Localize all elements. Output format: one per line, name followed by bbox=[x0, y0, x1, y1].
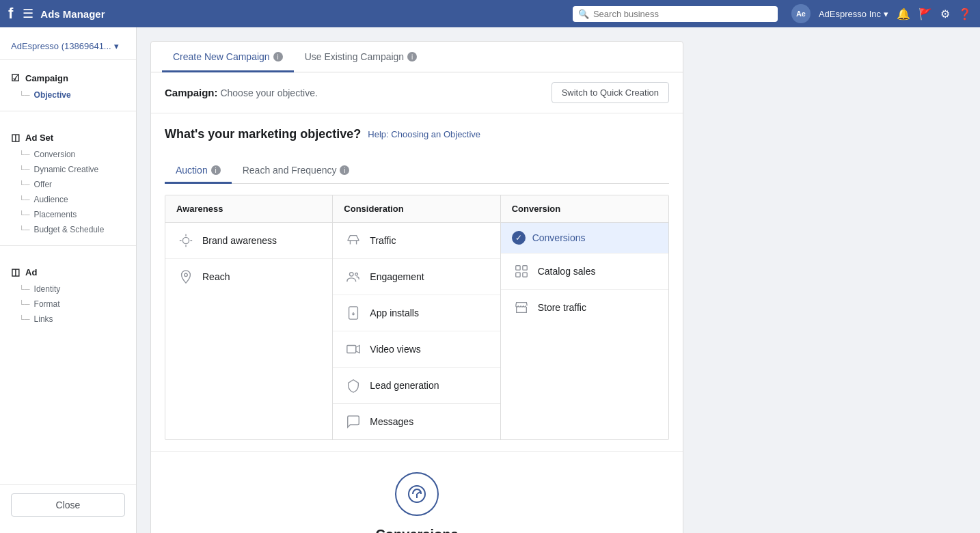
sidebar-account-name[interactable]: AdEspresso (13869641... ▾ bbox=[11, 41, 125, 51]
campaign-header: Campaign: Choose your objective. Switch … bbox=[151, 72, 683, 113]
svg-point-1 bbox=[185, 273, 188, 277]
tab-use-existing[interactable]: Use Existing Campaign i bbox=[294, 42, 428, 72]
store-traffic-icon bbox=[512, 298, 531, 317]
app-installs-icon bbox=[344, 303, 363, 323]
quick-creation-button[interactable]: Switch to Quick Creation bbox=[552, 82, 669, 103]
obj-messages[interactable]: Messages bbox=[333, 404, 500, 439]
campaign-label-area: Campaign: Choose your objective. bbox=[165, 87, 318, 98]
svg-rect-7 bbox=[522, 266, 526, 270]
create-new-info-icon[interactable]: i bbox=[273, 52, 283, 62]
description-section: Conversions Get people to take valuable … bbox=[151, 451, 683, 533]
obj-lead-generation[interactable]: Lead generation bbox=[333, 368, 500, 404]
objectives-grid-container: Awareness Brand awareness Reach bbox=[151, 184, 683, 451]
sidebar-section-adset: ◫ Ad Set Conversion Dynamic Creative Off… bbox=[0, 128, 136, 237]
help-link[interactable]: Help: Choosing an Objective bbox=[368, 129, 480, 139]
campaign-panel-tabs: Create New Campaign i Use Existing Campa… bbox=[151, 42, 683, 72]
sidebar-item-budget-schedule[interactable]: Budget & Schedule bbox=[0, 222, 136, 237]
sidebar-item-audience[interactable]: Audience bbox=[0, 192, 136, 207]
obj-video-views[interactable]: Video views bbox=[333, 331, 500, 368]
search-bar: 🔍 bbox=[573, 6, 778, 22]
svg-point-3 bbox=[355, 273, 358, 276]
auction-tabs-container: Auction i Reach and Frequency i bbox=[151, 158, 683, 184]
campaign-section-icon: ☑ bbox=[11, 72, 20, 83]
account-name[interactable]: AdEspresso Inc ▾ bbox=[819, 9, 888, 19]
svg-point-2 bbox=[350, 273, 354, 277]
sidebar-item-format[interactable]: Format bbox=[0, 297, 136, 312]
sidebar-ad-header: ◫ Ad bbox=[0, 262, 136, 282]
conversions-selected-icon: ✓ bbox=[512, 231, 526, 245]
video-views-icon bbox=[344, 340, 363, 359]
svg-rect-6 bbox=[515, 266, 519, 270]
reach-icon bbox=[176, 267, 195, 286]
catalog-sales-icon bbox=[512, 262, 531, 281]
flag-icon[interactable]: 🚩 bbox=[918, 8, 932, 20]
obj-store-traffic[interactable]: Store traffic bbox=[501, 290, 668, 325]
brand-awareness-icon bbox=[176, 231, 195, 250]
traffic-icon bbox=[344, 231, 363, 250]
sidebar-account: AdEspresso (13869641... ▾ bbox=[0, 36, 136, 60]
campaign-panel: Create New Campaign i Use Existing Campa… bbox=[150, 41, 683, 533]
adset-section-icon: ◫ bbox=[11, 132, 20, 143]
obj-conversions[interactable]: ✓ Conversions bbox=[501, 223, 668, 254]
search-input[interactable] bbox=[593, 9, 772, 19]
lead-generation-icon bbox=[344, 376, 363, 395]
close-button[interactable]: Close bbox=[11, 493, 125, 517]
conversion-column: Conversion ✓ Conversions Catalog sales bbox=[501, 195, 668, 439]
reach-frequency-info-icon[interactable]: i bbox=[340, 165, 349, 175]
conversions-desc-icon bbox=[395, 472, 439, 516]
settings-icon[interactable]: ⚙ bbox=[940, 8, 950, 20]
sidebar-item-conversion[interactable]: Conversion bbox=[0, 147, 136, 162]
objective-title: What's your marketing objective? Help: C… bbox=[165, 127, 669, 141]
search-icon: 🔍 bbox=[578, 9, 589, 19]
consideration-header: Consideration bbox=[333, 195, 500, 223]
hamburger-icon[interactable]: ☰ bbox=[23, 6, 33, 21]
objective-section: What's your marketing objective? Help: C… bbox=[151, 113, 683, 158]
obj-reach[interactable]: Reach bbox=[165, 259, 332, 295]
app-title: Ads Manager bbox=[40, 8, 566, 20]
avatar[interactable]: Ae bbox=[791, 4, 811, 23]
sidebar-item-offer[interactable]: Offer bbox=[0, 177, 136, 192]
svg-rect-9 bbox=[522, 273, 526, 277]
sidebar-section-campaign: ☑ Campaign Objective bbox=[0, 68, 136, 102]
obj-engagement[interactable]: Engagement bbox=[333, 259, 500, 295]
help-icon[interactable]: ❓ bbox=[958, 8, 972, 20]
main-content: Create New Campaign i Use Existing Campa… bbox=[137, 27, 980, 533]
sidebar-item-objective[interactable]: Objective bbox=[0, 87, 136, 102]
nav-right-icons: Ae AdEspresso Inc ▾ 🔔 🚩 ⚙ ❓ bbox=[791, 4, 972, 23]
desc-title: Conversions bbox=[165, 527, 669, 533]
svg-rect-5 bbox=[347, 346, 356, 353]
svg-rect-8 bbox=[515, 273, 519, 277]
sidebar-campaign-header: ☑ Campaign bbox=[0, 68, 136, 87]
conversion-header: Conversion bbox=[501, 195, 668, 223]
sidebar-close-area: Close bbox=[0, 484, 136, 525]
awareness-column: Awareness Brand awareness Reach bbox=[165, 195, 333, 439]
sidebar-item-dynamic-creative[interactable]: Dynamic Creative bbox=[0, 162, 136, 177]
auction-info-icon[interactable]: i bbox=[211, 165, 221, 175]
sidebar-section-ad: ◫ Ad Identity Format Links bbox=[0, 262, 136, 327]
sidebar-item-links[interactable]: Links bbox=[0, 312, 136, 327]
auction-tabs: Auction i Reach and Frequency i bbox=[165, 158, 669, 184]
consideration-column: Consideration Traffic Engagement bbox=[333, 195, 500, 439]
use-existing-info-icon[interactable]: i bbox=[407, 52, 417, 62]
top-navigation: f ☰ Ads Manager 🔍 Ae AdEspresso Inc ▾ 🔔 … bbox=[0, 0, 980, 27]
obj-app-installs[interactable]: App installs bbox=[333, 295, 500, 331]
auction-tab-auction[interactable]: Auction i bbox=[165, 158, 232, 184]
sidebar-item-identity[interactable]: Identity bbox=[0, 282, 136, 297]
sidebar: AdEspresso (13869641... ▾ ☑ Campaign Obj… bbox=[0, 27, 137, 533]
tab-create-new[interactable]: Create New Campaign i bbox=[162, 42, 294, 72]
engagement-icon bbox=[344, 267, 363, 286]
facebook-logo: f bbox=[8, 5, 13, 23]
awareness-header: Awareness bbox=[165, 195, 332, 223]
ad-section-icon: ◫ bbox=[11, 266, 20, 277]
svg-point-0 bbox=[182, 237, 189, 243]
sidebar-item-placements[interactable]: Placements bbox=[0, 207, 136, 222]
notifications-icon[interactable]: 🔔 bbox=[897, 8, 910, 20]
auction-tab-reach-frequency[interactable]: Reach and Frequency i bbox=[232, 158, 361, 184]
obj-brand-awareness[interactable]: Brand awareness bbox=[165, 223, 332, 259]
objectives-grid: Awareness Brand awareness Reach bbox=[165, 195, 669, 440]
obj-traffic[interactable]: Traffic bbox=[333, 223, 500, 259]
obj-catalog-sales[interactable]: Catalog sales bbox=[501, 254, 668, 290]
sidebar-adset-header: ◫ Ad Set bbox=[0, 128, 136, 147]
main-layout: AdEspresso (13869641... ▾ ☑ Campaign Obj… bbox=[0, 27, 980, 533]
messages-icon bbox=[344, 412, 363, 431]
